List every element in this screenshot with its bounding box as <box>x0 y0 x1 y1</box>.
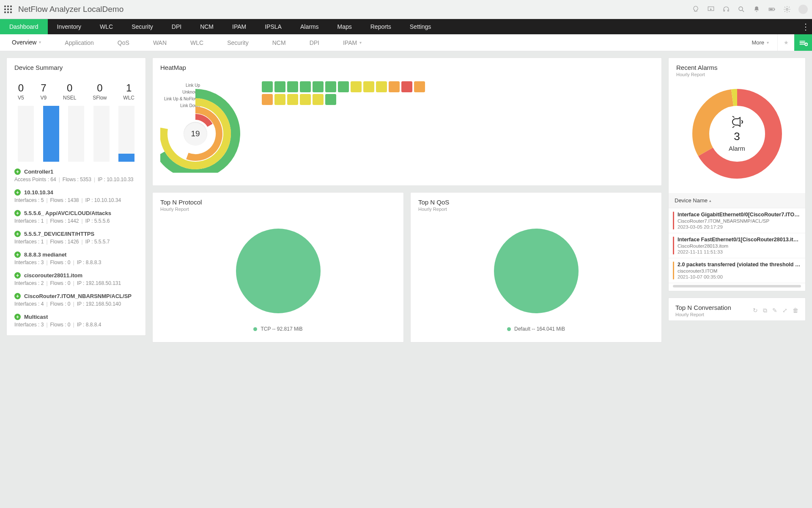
add-widget-button[interactable] <box>794 34 812 51</box>
subnav-more[interactable]: More▾ <box>743 34 777 51</box>
expand-plus-icon[interactable]: + <box>14 272 21 279</box>
top-protocol-panel: Top N Protocol Hourly Report TCP -- 92.8… <box>152 192 404 342</box>
legend-label: TCP -- 92.817 MiB <box>261 326 302 332</box>
bell-icon[interactable] <box>753 6 760 13</box>
device-item[interactable]: +ciscorouter28011.itomInterfaces : 2|Flo… <box>14 268 138 289</box>
mainnav-item-wlc[interactable]: WLC <box>91 19 122 34</box>
heatmap-cell[interactable] <box>300 94 311 105</box>
heatmap-cell[interactable] <box>338 81 349 92</box>
heatmap-cell[interactable] <box>313 94 324 105</box>
heatmap-cell[interactable] <box>325 81 336 92</box>
subnav-item-wan[interactable]: WAN <box>141 34 178 51</box>
mainnav-item-ipsla[interactable]: IPSLA <box>255 19 291 34</box>
search-icon[interactable] <box>738 6 745 13</box>
profile-avatar[interactable] <box>798 5 808 14</box>
protocol-pie-chart <box>236 229 321 313</box>
mainnav-item-ipam[interactable]: IPAM <box>223 19 255 34</box>
expand-plus-icon[interactable]: + <box>14 168 21 175</box>
edit-icon[interactable]: ✎ <box>772 307 777 314</box>
device-item[interactable]: +5.5.5.7_DEVICE/INT/HTTPSInterfaces : 1|… <box>14 226 138 247</box>
right-column: Recent Alarms Hourly Report 3 Alarm <box>668 58 806 342</box>
sort-icon[interactable]: ▴ <box>709 199 711 203</box>
mainnav-item-ncm[interactable]: NCM <box>191 19 223 34</box>
mainnav-item-dpi[interactable]: DPI <box>162 19 191 34</box>
device-name: Multicast <box>24 314 48 320</box>
heatmap-cell[interactable] <box>401 81 412 92</box>
expand-plus-icon[interactable]: + <box>14 251 21 258</box>
expand-plus-icon[interactable]: + <box>14 231 21 237</box>
export-icon[interactable]: ⧉ <box>763 307 767 314</box>
heatmap-cell[interactable] <box>300 81 311 92</box>
mainnav-item-maps[interactable]: Maps <box>328 19 361 34</box>
chevron-down-icon: ▾ <box>39 40 41 44</box>
device-item[interactable]: +5.5.5.6_ App/AVC/CLOUD/AttacksInterface… <box>14 206 138 226</box>
mainnav-item-dashboard[interactable]: Dashboard <box>0 19 48 34</box>
mainnav-item-alarms[interactable]: Alarms <box>291 19 328 34</box>
subnav-item-application[interactable]: Application <box>53 34 106 51</box>
device-item[interactable]: +Controller1Access Points : 64|Flows : 5… <box>14 164 138 185</box>
panel-title: Top N Protocol <box>160 199 396 206</box>
heatmap-cell[interactable] <box>287 81 298 92</box>
heatmap-cell[interactable] <box>274 94 285 105</box>
expand-plus-icon[interactable]: + <box>14 314 21 320</box>
presentation-icon[interactable] <box>707 6 715 13</box>
subnav-item-wlc[interactable]: WLC <box>178 34 215 51</box>
horizontal-scrollbar[interactable] <box>673 285 801 287</box>
stat-bar <box>43 106 59 162</box>
chevron-down-icon: ▾ <box>359 40 362 45</box>
heatmap-cell[interactable] <box>262 81 273 92</box>
battery-icon[interactable] <box>768 6 776 13</box>
alarm-item[interactable]: 2.0 packets transferred (violated the th… <box>669 258 805 283</box>
subnav-item-qos[interactable]: QoS <box>106 34 141 51</box>
delete-icon[interactable]: 🗑 <box>793 307 798 314</box>
refresh-icon[interactable]: ↻ <box>753 307 758 314</box>
heatmap-cell[interactable] <box>363 81 374 92</box>
alarm-count: 3 <box>734 130 740 143</box>
subnav-item-overview[interactable]: Overview▾ <box>0 34 53 51</box>
heatmap-cell[interactable] <box>325 94 336 105</box>
top-bar: NetFlow Analyzer LocalDemo <box>0 0 812 19</box>
apps-grid-icon[interactable] <box>4 6 12 13</box>
favorite-star-icon[interactable]: ★ <box>777 34 794 51</box>
subnav-item-ncm[interactable]: NCM <box>261 34 298 51</box>
sub-nav: Overview▾ApplicationQoSWANWLCSecurityNCM… <box>0 34 812 51</box>
alarm-item[interactable]: Interface GigabitEthernet0/0[CiscoRouter… <box>669 208 805 233</box>
alarm-severity-bar <box>673 262 674 279</box>
alarm-time: 2023-03-05 20:17:29 <box>678 224 801 229</box>
heatmap-cell[interactable] <box>351 81 362 92</box>
subnav-item-security[interactable]: Security <box>215 34 261 51</box>
mainnav-item-settings[interactable]: Settings <box>401 19 441 34</box>
dashboard-workspace: Device Summary 0V57V90NSEL0SFlow1WLC +Co… <box>0 51 812 349</box>
heatmap-cell[interactable] <box>414 81 425 92</box>
device-item[interactable]: +10.10.10.34Interfaces : 5|Flows : 1438|… <box>14 185 138 206</box>
heatmap-cell[interactable] <box>274 81 285 92</box>
device-item[interactable]: +CiscoRouter7.ITOM_NBARSNMP/ACL/SPInterf… <box>14 289 138 309</box>
device-stat: 7V9 <box>41 82 47 101</box>
heatmap-cell[interactable] <box>376 81 387 92</box>
heatmap-row <box>262 81 425 92</box>
expand-plus-icon[interactable]: + <box>14 210 21 216</box>
headset-icon[interactable] <box>722 6 730 13</box>
device-item[interactable]: +8.8.8.3 medianetInterfaces : 3|Flows : … <box>14 247 138 268</box>
gear-icon[interactable] <box>783 6 791 13</box>
subnav-item-ipam[interactable]: IPAM▾ <box>331 34 373 51</box>
heatmap-cell[interactable] <box>313 81 324 92</box>
expand-plus-icon[interactable]: + <box>14 293 21 299</box>
mainnav-item-reports[interactable]: Reports <box>361 19 401 34</box>
mainnav-item-inventory[interactable]: Inventory <box>48 19 91 34</box>
alarm-list-header[interactable]: Device Name▴ <box>669 193 805 208</box>
device-meta: Interfaces : 3|Flows : 0|IP : 8.8.8.3 <box>14 260 138 265</box>
rocket-icon[interactable] <box>692 6 700 13</box>
heatmap-cell[interactable] <box>389 81 400 92</box>
subnav-item-dpi[interactable]: DPI <box>298 34 331 51</box>
alarm-count-label: Alarm <box>729 145 745 152</box>
kebab-icon[interactable]: ⋮ <box>799 19 812 34</box>
qos-pie-chart <box>494 229 579 313</box>
heatmap-cell[interactable] <box>287 94 298 105</box>
alarm-item[interactable]: Interface FastEthernet0/1[CiscoRouter280… <box>669 233 805 258</box>
heatmap-cell[interactable] <box>262 94 273 105</box>
expand-plus-icon[interactable]: + <box>14 189 21 196</box>
expand-icon[interactable]: ⤢ <box>782 307 787 314</box>
device-item[interactable]: +MulticastInterfaces : 3|Flows : 0|IP : … <box>14 309 138 330</box>
mainnav-item-security[interactable]: Security <box>122 19 162 34</box>
